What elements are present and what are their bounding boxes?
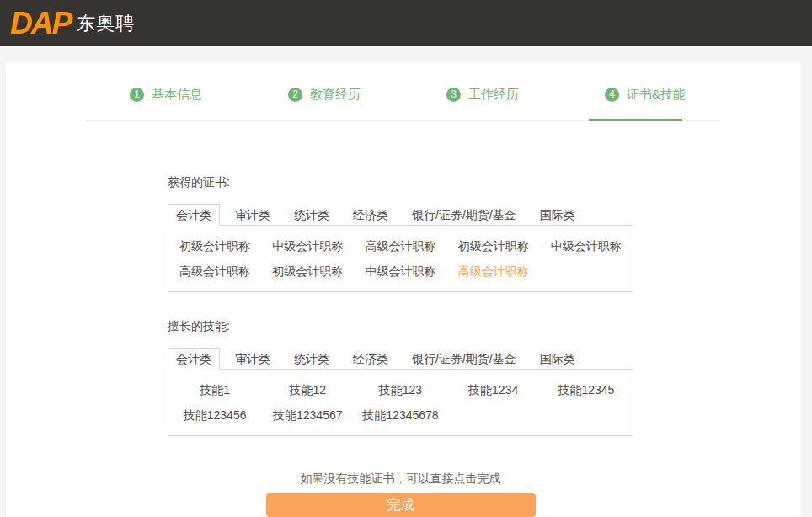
skill-category-tab[interactable]: 经济类 [345, 348, 397, 370]
step-1-tab[interactable]: 1基本信息 [86, 87, 244, 103]
finish-hint-text: 如果没有技能证书，可以直接点击完成 [168, 470, 633, 487]
skills-section-label: 擅长的技能: [168, 317, 633, 334]
step-3-tab[interactable]: 3工作经历 [403, 87, 561, 103]
step-number-badge: 3 [446, 88, 461, 102]
skill-option[interactable]: 技能1 [168, 377, 261, 402]
content-card: 1基本信息2教育经历3工作经历4证书&技能 获得的证书: 会计类审计类统计类经济… [6, 62, 800, 517]
skill-category-tab[interactable]: 统计类 [286, 348, 338, 370]
certificate-option[interactable]: 高级会计职称 [447, 258, 540, 284]
skill-category-tab[interactable]: 国际类 [532, 348, 584, 370]
certificate-category-tab[interactable]: 经济类 [345, 204, 397, 226]
brand-logo[interactable]: DAP 东奥聘 [10, 0, 135, 46]
certificate-option[interactable]: 中级会计职称 [540, 233, 633, 258]
step-4-tab[interactable]: 4证书&技能 [561, 87, 719, 103]
step-list: 1基本信息2教育经历3工作经历4证书&技能 [86, 87, 719, 103]
wizard-stepper: 1基本信息2教育经历3工作经历4证书&技能 [6, 62, 800, 121]
finish-button[interactable]: 完成 [266, 493, 536, 517]
page-background: 1基本信息2教育经历3工作经历4证书&技能 获得的证书: 会计类审计类统计类经济… [0, 46, 812, 517]
step-number-badge: 4 [605, 88, 619, 102]
skill-option[interactable]: 技能1234 [447, 377, 540, 402]
skill-option[interactable]: 技能1234567 [261, 402, 354, 428]
logo-dap-wordmark: DAP [10, 0, 71, 46]
step-label: 证书&技能 [627, 87, 686, 103]
step-number-badge: 1 [130, 88, 144, 102]
certificate-category-tab[interactable]: 审计类 [227, 204, 279, 226]
step-label: 工作经历 [468, 87, 519, 103]
skill-option[interactable]: 技能123456 [168, 402, 261, 428]
skill-option[interactable]: 技能12345 [540, 377, 633, 402]
certificate-category-tab[interactable]: 统计类 [286, 204, 338, 226]
certificate-option[interactable]: 高级会计职称 [168, 258, 261, 284]
skill-option[interactable]: 技能12 [261, 377, 354, 402]
certificate-option[interactable]: 初级会计职称 [447, 233, 540, 258]
stepper-divider [86, 120, 719, 121]
logo-chinese-name: 东奥聘 [77, 11, 135, 36]
active-step-indicator [589, 119, 682, 121]
skill-options-panel: 技能1技能12技能123技能1234技能12345技能123456技能12345… [168, 369, 633, 436]
skill-option[interactable]: 技能123 [354, 377, 446, 402]
certificate-category-tab[interactable]: 会计类 [168, 204, 220, 226]
certificate-option[interactable]: 初级会计职称 [261, 258, 354, 284]
step-2-tab[interactable]: 2教育经历 [244, 87, 403, 103]
certificate-category-tab[interactable]: 银行/证券/期货/基金 [403, 204, 525, 226]
skill-option[interactable]: 技能12345678 [354, 402, 446, 428]
certificate-options-panel: 初级会计职称中级会计职称高级会计职称初级会计职称中级会计职称高级会计职称初级会计… [168, 225, 633, 292]
step-number-badge: 2 [288, 88, 302, 102]
certificate-option[interactable]: 高级会计职称 [354, 233, 446, 258]
app-header: DAP 东奥聘 [0, 0, 812, 46]
certificate-category-tab[interactable]: 国际类 [532, 204, 584, 226]
step-label: 基本信息 [152, 87, 202, 103]
skill-category-tab[interactable]: 审计类 [227, 348, 279, 370]
certificate-option[interactable]: 中级会计职称 [261, 233, 354, 258]
certificate-category-tabs: 会计类审计类统计类经济类银行/证券/期货/基金国际类 [168, 204, 633, 226]
form-content: 获得的证书: 会计类审计类统计类经济类银行/证券/期货/基金国际类 初级会计职称… [168, 173, 633, 517]
certificates-section-label: 获得的证书: [168, 173, 633, 190]
certificate-option[interactable]: 中级会计职称 [354, 258, 446, 284]
skill-category-tab[interactable]: 会计类 [168, 348, 220, 370]
skill-category-tabs: 会计类审计类统计类经济类银行/证券/期货/基金国际类 [168, 348, 633, 370]
certificate-option[interactable]: 初级会计职称 [168, 233, 261, 258]
step-label: 教育经历 [310, 87, 361, 103]
skill-category-tab[interactable]: 银行/证券/期货/基金 [403, 348, 525, 370]
